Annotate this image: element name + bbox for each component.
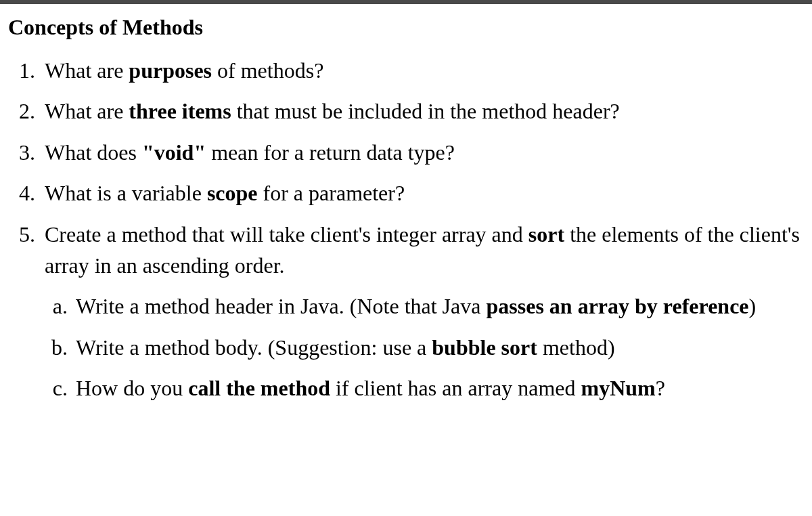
question-5c: How do you call the method if client has… — [73, 372, 804, 404]
q5c-bold-2: myNum — [581, 376, 655, 400]
question-3: What does "void" mean for a return data … — [41, 137, 804, 168]
q5b-text-1: Write a method body. (Suggestion: use a — [76, 335, 432, 360]
document-page: Concepts of Methods What are purposes of… — [0, 4, 812, 422]
page-title: Concepts of Methods — [8, 15, 804, 40]
q5-bold-1: sort — [528, 222, 564, 246]
question-2: What are three items that must be includ… — [41, 95, 804, 127]
q5b-text-2: method) — [537, 335, 615, 360]
q4-text-1: What is a variable — [45, 181, 207, 205]
q2-text-2: that must be included in the method head… — [231, 99, 620, 123]
q2-bold-1: three items — [129, 99, 231, 123]
q5a-bold-1: passes an array by reference — [486, 294, 748, 318]
q3-bold-1: "void" — [142, 140, 206, 165]
question-1: What are purposes of methods? — [41, 55, 804, 86]
q3-text-1: What does — [45, 140, 142, 165]
q5-text-1: Create a method that will take client's … — [45, 222, 528, 246]
q5c-bold-1: call the method — [188, 376, 330, 400]
question-5b: Write a method body. (Suggestion: use a … — [73, 332, 804, 363]
q1-bold-1: purposes — [129, 58, 212, 83]
q5b-bold-1: bubble sort — [432, 335, 537, 360]
q5c-text-1: How do you — [76, 376, 188, 400]
q1-text-2: of methods? — [212, 58, 323, 83]
question-4: What is a variable scope for a parameter… — [41, 177, 804, 209]
question-5a: Write a method header in Java. (Note tha… — [73, 291, 804, 322]
q5c-text-3: ? — [656, 376, 665, 400]
q3-text-2: mean for a return data type? — [206, 140, 455, 165]
q4-text-2: for a parameter? — [258, 181, 405, 205]
question-list: What are purposes of methods? What are t… — [8, 55, 804, 404]
question-5: Create a method that will take client's … — [41, 219, 804, 404]
q5a-text-2: ) — [749, 294, 757, 318]
question-5-sublist: Write a method header in Java. (Note tha… — [45, 291, 804, 404]
q5c-text-2: if client has an array named — [330, 376, 581, 400]
q5a-text-1: Write a method header in Java. (Note tha… — [76, 294, 486, 318]
q1-text-1: What are — [45, 58, 129, 83]
q4-bold-1: scope — [207, 181, 258, 205]
q2-text-1: What are — [45, 99, 129, 123]
